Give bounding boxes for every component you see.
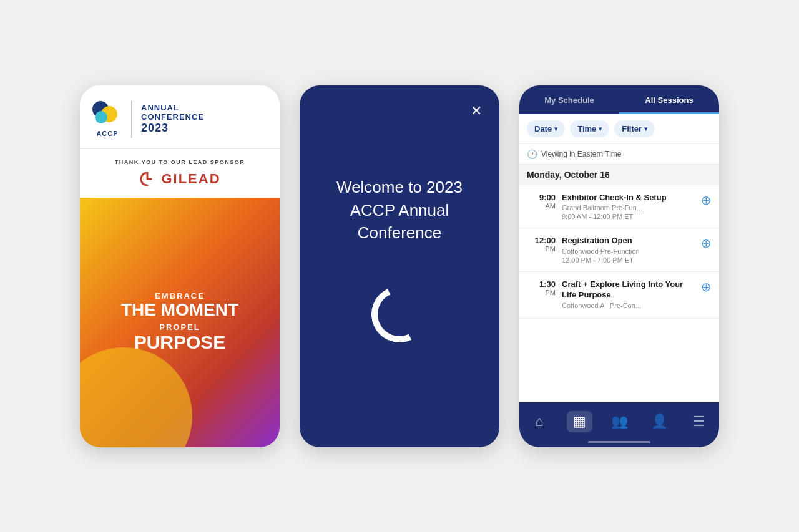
time-chevron-icon: ▾	[599, 125, 602, 132]
nav-home[interactable]: ⌂	[519, 409, 559, 435]
date-chevron-icon: ▾	[554, 125, 557, 132]
session-hour-2: 12:00	[527, 236, 556, 245]
conference-title: ANNUAL CONFERENCE 2023	[141, 103, 204, 135]
date-filter-button[interactable]: Date ▾	[527, 120, 565, 137]
spinner-arc-icon	[363, 278, 435, 350]
welcome-text: Welcome to 2023 ACCP Annual Conference	[336, 176, 463, 244]
session-hour-3: 1:30	[527, 279, 556, 289]
nav-people[interactable]: 👥	[599, 409, 639, 435]
session-item[interactable]: 9:00 AM Exhibitor Check-In & Setup Grand…	[519, 185, 719, 229]
session-ampm-1: AM	[527, 202, 556, 210]
phone-splash-screen: ✕ Welcome to 2023 ACCP Annual Conference	[300, 85, 499, 447]
session-hour-1: 9:00	[527, 193, 556, 202]
session-title-2: Registration Open	[562, 236, 694, 246]
welcome-line2: ACCP Annual	[350, 201, 449, 220]
annual-text: ANNUAL	[141, 103, 204, 112]
year-text: 2023	[141, 122, 204, 135]
calendar-icon: ▦	[567, 411, 592, 432]
tab-bar: My Schedule All Sessions	[519, 85, 719, 114]
accp-circles-icon	[92, 101, 122, 127]
phone-conference-poster: ACCP ANNUAL CONFERENCE 2023 THANK YOU TO…	[80, 85, 280, 447]
poster-header: ACCP ANNUAL CONFERENCE 2023	[80, 85, 280, 149]
home-indicator	[519, 438, 719, 447]
loading-spinner	[371, 286, 428, 342]
session-location-1: Grand Ballroom Pre-Fun...	[562, 204, 694, 211]
time-filter-button[interactable]: Time ▾	[570, 120, 609, 137]
session-time-3: 1:30 PM	[527, 279, 556, 296]
accp-label: ACCP	[96, 130, 118, 137]
menu-icon: ☰	[693, 414, 705, 430]
session-add-button-3[interactable]: ⊕	[700, 279, 713, 294]
profile-icon: 👤	[651, 414, 668, 430]
gilead-icon	[139, 170, 156, 188]
filter-filter-button[interactable]: Filter ▾	[614, 120, 655, 137]
nav-profile[interactable]: 👤	[639, 409, 679, 435]
session-location-3: Cottonwood A | Pre-Con...	[562, 302, 694, 309]
nav-calendar[interactable]: ▦	[559, 409, 599, 435]
session-title-1: Exhibitor Check-In & Setup	[562, 193, 694, 203]
propel-text: PROPEL	[159, 322, 200, 332]
circle-teal-icon	[95, 111, 107, 123]
gilead-logo: GILEAD	[92, 170, 267, 188]
session-time-range-2: 12:00 PM - 7:00 PM ET	[562, 256, 694, 264]
session-ampm-3: PM	[527, 289, 556, 296]
poster-bottom: EMBRACE THE MOMENT PROPEL PURPOSE	[80, 198, 280, 447]
session-item[interactable]: 1:30 PM Craft + Explore Living Into Your…	[519, 272, 719, 319]
poster-divider	[131, 100, 132, 138]
embrace-text: EMBRACE	[155, 291, 205, 301]
sponsor-label: THANK YOU TO OUR LEAD SPONSOR	[92, 159, 267, 165]
session-time-2: 12:00 PM	[527, 236, 556, 253]
people-icon: 👥	[611, 414, 628, 430]
session-ampm-2: PM	[527, 245, 556, 253]
nav-menu[interactable]: ☰	[679, 409, 719, 435]
accp-logo: ACCP	[92, 101, 122, 137]
timezone-label: Viewing in Eastern Time	[541, 150, 622, 158]
clock-icon: 🕐	[527, 149, 537, 159]
phone-schedule-app: My Schedule All Sessions Date ▾ Time ▾ F…	[519, 85, 719, 447]
session-info-3: Craft + Explore Living Into Your Life Pu…	[562, 279, 694, 311]
bottom-nav: ⌂ ▦ 👥 👤 ☰	[519, 402, 719, 438]
session-time-range-1: 9:00 AM - 12:00 PM ET	[562, 213, 694, 220]
session-info-2: Registration Open Cottonwood Pre-Functio…	[562, 236, 694, 264]
welcome-line1: Welcome to 2023	[336, 178, 463, 196]
close-button[interactable]: ✕	[466, 100, 487, 122]
tab-all-sessions[interactable]: All Sessions	[619, 85, 719, 114]
scene: ACCP ANNUAL CONFERENCE 2023 THANK YOU TO…	[0, 60, 799, 472]
gilead-name: GILEAD	[161, 171, 220, 187]
sessions-list: 9:00 AM Exhibitor Check-In & Setup Grand…	[519, 185, 719, 402]
filter-row: Date ▾ Time ▾ Filter ▾	[519, 114, 719, 144]
the-moment-text: THE MOMENT	[121, 301, 238, 320]
session-add-button-2[interactable]: ⊕	[700, 236, 713, 251]
filter-chevron-icon: ▾	[644, 125, 647, 132]
conference-text: CONFERENCE	[141, 112, 204, 122]
session-title-3: Craft + Explore Living Into Your Life Pu…	[562, 279, 694, 301]
home-icon: ⌂	[535, 414, 543, 430]
session-location-2: Cottonwood Pre-Function	[562, 248, 694, 255]
welcome-line3: Conference	[358, 223, 441, 242]
tab-my-schedule[interactable]: My Schedule	[519, 85, 619, 114]
purpose-text: PURPOSE	[134, 332, 226, 353]
home-bar	[588, 441, 650, 443]
date-header: Monday, October 16	[519, 165, 719, 185]
sponsor-section: THANK YOU TO OUR LEAD SPONSOR GILEAD	[80, 149, 280, 198]
session-item[interactable]: 12:00 PM Registration Open Cottonwood Pr…	[519, 228, 719, 272]
session-add-button-1[interactable]: ⊕	[700, 193, 713, 208]
session-time-1: 9:00 AM	[527, 193, 556, 210]
timezone-row: 🕐 Viewing in Eastern Time	[519, 144, 719, 165]
session-info-1: Exhibitor Check-In & Setup Grand Ballroo…	[562, 193, 694, 221]
